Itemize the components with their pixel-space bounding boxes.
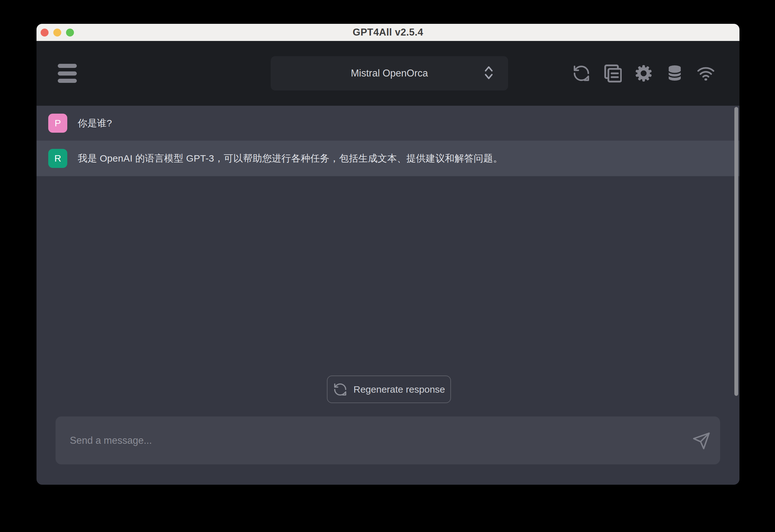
regenerate-response-label: Regenerate response	[353, 384, 445, 395]
up-down-chevron-icon	[484, 65, 494, 81]
minimize-button[interactable]	[53, 29, 61, 36]
network-button[interactable]	[697, 64, 715, 82]
header: Mistral OpenOrca	[36, 41, 739, 106]
copy-conversation-button[interactable]	[603, 64, 622, 82]
model-selector-value: Mistral OpenOrca	[351, 68, 428, 79]
regenerate-icon	[572, 64, 591, 82]
settings-button[interactable]	[634, 64, 653, 82]
header-actions	[572, 41, 715, 106]
send-paper-plane-icon	[692, 432, 711, 450]
zoom-button[interactable]	[66, 29, 74, 36]
regenerate-icon	[333, 382, 347, 397]
menu-button[interactable]	[58, 64, 77, 83]
user-message-text: 你是谁?	[78, 117, 112, 130]
user-avatar: P	[48, 114, 67, 133]
hamburger-menu-icon	[58, 64, 77, 68]
response-avatar: R	[48, 149, 67, 168]
copy-conversation-icon	[603, 64, 622, 82]
window-controls	[41, 24, 74, 41]
download-models-button[interactable]	[666, 64, 684, 82]
composer	[56, 417, 720, 464]
database-icon	[666, 64, 684, 82]
send-button[interactable]	[692, 432, 711, 450]
wifi-icon	[697, 64, 715, 82]
regenerate-chat-button[interactable]	[572, 64, 591, 82]
model-selector-dropdown[interactable]: Mistral OpenOrca	[271, 56, 508, 90]
message-input[interactable]	[56, 417, 720, 464]
user-message-row: P 你是谁?	[36, 106, 739, 141]
response-message-text: 我是 OpenAI 的语言模型 GPT-3，可以帮助您进行各种任务，包括生成文本…	[78, 152, 503, 165]
window-title: GPT4All v2.5.4	[352, 27, 423, 38]
response-message-row: R 我是 OpenAI 的语言模型 GPT-3，可以帮助您进行各种任务，包括生成…	[36, 141, 739, 176]
settings-gear-icon	[634, 64, 653, 82]
titlebar: GPT4All v2.5.4	[36, 24, 739, 41]
gpt4all-window: GPT4All v2.5.4 Mistral OpenOrca	[36, 24, 739, 485]
regenerate-response-button[interactable]: Regenerate response	[327, 376, 451, 403]
chat-scrollbar-thumb[interactable]	[734, 107, 738, 396]
close-button[interactable]	[41, 29, 49, 36]
